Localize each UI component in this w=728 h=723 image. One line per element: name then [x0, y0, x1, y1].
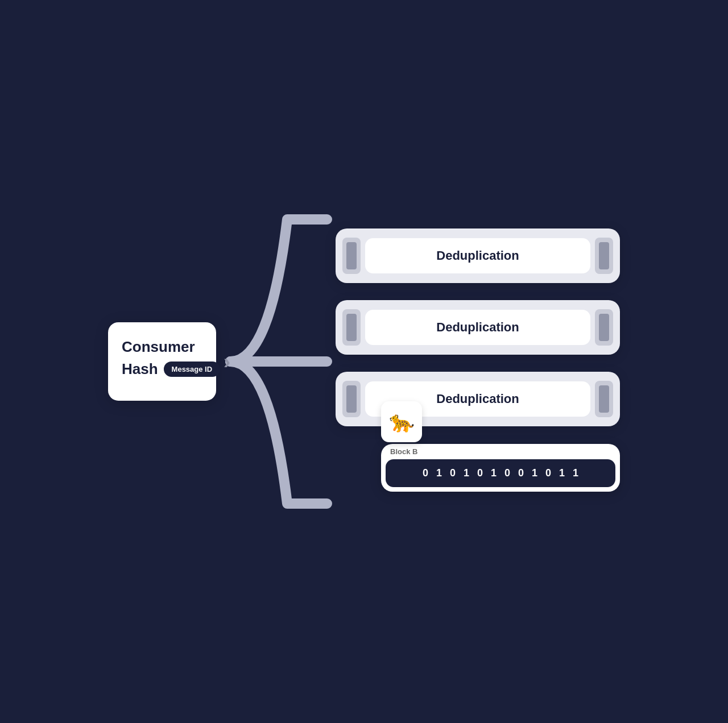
dedup-label-bot: Deduplication — [436, 392, 519, 406]
binary-digit-9: 0 — [544, 467, 553, 479]
dedup-card-bottom: Deduplication 🐆 Block B 0 1 0 1 0 — [336, 372, 620, 426]
spool-left-mid — [342, 309, 361, 346]
binary-digit-1: 1 — [435, 467, 444, 479]
binary-digit-8: 1 — [530, 467, 539, 479]
dedup-label-box-mid: Deduplication — [365, 310, 590, 345]
spool-inner — [599, 242, 609, 269]
binary-digit-4: 0 — [475, 467, 485, 479]
consumer-label: Consumer — [122, 338, 202, 356]
binary-digit-0: 0 — [421, 467, 430, 479]
binary-display: 0 1 0 1 0 1 0 0 1 0 1 1 — [386, 459, 615, 487]
binary-card: Block B 0 1 0 1 0 1 0 0 1 0 1 1 — [381, 444, 620, 492]
spool-outer — [342, 238, 361, 274]
dedup-card-top: Deduplication — [336, 228, 620, 283]
dedup-cards: Deduplication Deduplication — [336, 228, 620, 495]
dedup-label-mid: Deduplication — [436, 320, 519, 334]
diagram-container: Consumer Hash Message ID › Deduplication — [108, 106, 620, 617]
binary-digit-10: 1 — [557, 467, 566, 479]
spool-inner — [599, 385, 609, 413]
spool-outer — [342, 381, 361, 417]
block-label: Block B — [381, 444, 620, 457]
dedup-card-middle: Deduplication — [336, 300, 620, 355]
hash-row: Hash Message ID — [122, 360, 202, 378]
hash-label: Hash — [122, 360, 158, 378]
spool-right-mid — [595, 309, 613, 346]
binary-digit-5: 1 — [489, 467, 498, 479]
binary-digit-7: 0 — [516, 467, 526, 479]
dedup-label-top: Deduplication — [436, 248, 519, 263]
spool-outer — [595, 309, 613, 346]
spool-left-bot — [342, 381, 361, 417]
binary-digit-3: 1 — [462, 467, 471, 479]
spool-outer — [342, 309, 361, 346]
spool-inner — [599, 314, 609, 341]
spool-outer — [595, 381, 613, 417]
spool-inner — [346, 385, 357, 413]
dedup-label-box-top: Deduplication — [365, 238, 590, 273]
message-id-badge: Message ID — [164, 362, 221, 377]
spool-inner — [346, 314, 357, 341]
binary-digit-11: 1 — [571, 467, 580, 479]
svg-text:›: › — [224, 350, 230, 373]
cheetah-icon: 🐆 — [381, 401, 422, 442]
spool-left-top — [342, 238, 361, 274]
binary-digit-2: 0 — [448, 467, 457, 479]
spool-outer — [595, 238, 613, 274]
cheetah-emoji: 🐆 — [389, 410, 415, 434]
consumer-box: Consumer Hash Message ID — [108, 322, 216, 401]
spool-right-bot — [595, 381, 613, 417]
spool-right-top — [595, 238, 613, 274]
arrows-svg: › — [213, 163, 333, 560]
binary-digit-6: 0 — [503, 467, 512, 479]
spool-inner — [346, 242, 357, 269]
